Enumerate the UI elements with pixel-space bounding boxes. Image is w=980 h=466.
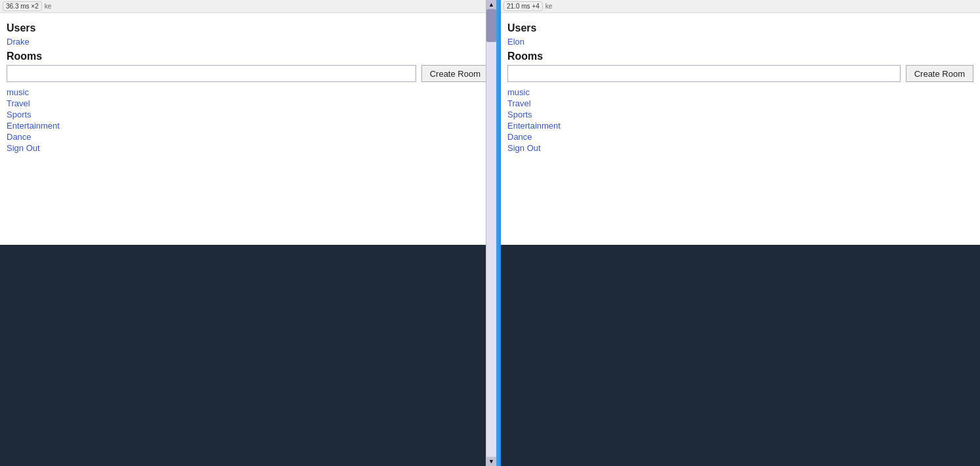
left-username-display: ke: [45, 3, 52, 10]
right-panel-wrapper: 21.0 ms +4 ke Users Elon Rooms Create Ro…: [501, 0, 980, 466]
right-panel-content: Users Elon Rooms Create Room music Trave…: [501, 13, 980, 245]
right-username-display: ke: [545, 3, 553, 10]
left-room-input[interactable]: [7, 65, 416, 82]
left-scroll-thumb[interactable]: [486, 9, 496, 42]
left-room-dance[interactable]: Dance: [7, 132, 489, 142]
right-users-title: Users: [507, 22, 973, 34]
right-top-bar: 21.0 ms +4 ke: [501, 0, 980, 13]
panel-divider: [496, 0, 501, 466]
left-rooms-title: Rooms: [7, 51, 489, 62]
left-room-music[interactable]: music: [7, 87, 489, 97]
left-top-bar: 36.3 ms ×2 ke: [0, 0, 496, 13]
right-timing-count: +4: [532, 3, 539, 10]
right-create-room-button[interactable]: Create Room: [906, 65, 973, 82]
left-room-entertainment[interactable]: Entertainment: [7, 121, 489, 131]
left-create-room-button[interactable]: Create Room: [421, 65, 489, 82]
right-room-dance[interactable]: Dance: [507, 132, 973, 142]
left-panel-wrapper: 36.3 ms ×2 ke Users Drake Rooms Create R…: [0, 0, 496, 466]
left-sign-out[interactable]: Sign Out: [7, 143, 489, 153]
right-room-music[interactable]: music: [507, 87, 973, 97]
left-timing-badge: 36.3 ms ×2: [3, 1, 42, 11]
left-user-drake[interactable]: Drake: [7, 37, 489, 47]
right-room-entertainment[interactable]: Entertainment: [507, 121, 973, 131]
left-dark-area: [0, 245, 496, 466]
left-users-title: Users: [7, 22, 489, 34]
right-panel: 21.0 ms +4 ke Users Elon Rooms Create Ro…: [501, 0, 980, 466]
right-room-travel[interactable]: Travel: [507, 98, 973, 108]
left-panel: 36.3 ms ×2 ke Users Drake Rooms Create R…: [0, 0, 496, 466]
left-panel-content: Users Drake Rooms Create Room music Trav…: [0, 13, 496, 245]
left-scroll-up-btn[interactable]: ▲: [486, 0, 496, 9]
left-room-sports[interactable]: Sports: [7, 110, 489, 119]
right-timing-value: 21.0 ms: [507, 3, 530, 10]
right-timing-badge: 21.0 ms +4: [503, 1, 543, 11]
right-sign-out[interactable]: Sign Out: [507, 143, 973, 153]
right-rooms-title: Rooms: [507, 51, 973, 62]
right-create-room-row: Create Room: [507, 65, 973, 82]
left-scroll-down-btn[interactable]: ▼: [486, 457, 496, 466]
right-room-sports[interactable]: Sports: [507, 110, 973, 119]
left-timing-value: 36.3 ms: [6, 3, 30, 10]
right-dark-area: [501, 245, 980, 466]
left-timing-count: ×2: [31, 3, 38, 10]
left-scroll-track[interactable]: [486, 9, 496, 457]
right-user-elon[interactable]: Elon: [507, 37, 973, 47]
right-room-input[interactable]: [507, 65, 901, 82]
left-scrollbar[interactable]: ▲ ▼: [486, 0, 496, 466]
left-room-travel[interactable]: Travel: [7, 98, 489, 108]
left-create-room-row: Create Room: [7, 65, 489, 82]
